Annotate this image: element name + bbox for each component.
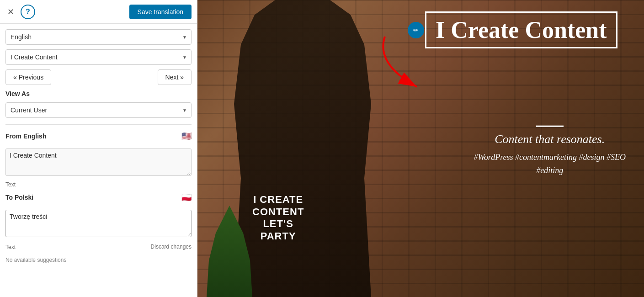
right-panel: I CREATE CONTENT LET'S PARTY ✏ <box>197 0 644 297</box>
save-translation-button[interactable]: Save translation <box>129 5 192 19</box>
left-panel: ✕ ? Save translation English Polski Fren… <box>0 0 197 297</box>
from-section-header: From English 🇺🇸 <box>5 131 192 141</box>
discard-changes-link[interactable]: Discard changes <box>151 244 192 250</box>
red-arrow <box>357 27 449 102</box>
to-label: To Polski <box>5 194 33 201</box>
preview-hashtags: #WordPress #contentmarketing #design #SE… <box>474 151 626 177</box>
top-bar: ✕ ? Save translation <box>0 0 197 24</box>
preview-title: I Create Content <box>436 17 607 43</box>
previous-button[interactable]: « Previous <box>5 69 51 85</box>
language-select[interactable]: English Polski French Spanish <box>5 29 192 45</box>
preview-bg: I CREATE CONTENT LET'S PARTY ✏ <box>197 0 644 297</box>
divider <box>5 124 192 125</box>
next-button[interactable]: Next » <box>158 69 192 85</box>
close-button[interactable]: ✕ <box>5 5 16 19</box>
title-box: I Create Content <box>425 11 617 48</box>
preview-tagline: Content that resonates. <box>474 133 626 146</box>
source-textarea[interactable]: I Create Content <box>5 148 192 176</box>
view-as-select-wrapper: Current User Visitor Administrator <box>5 102 192 118</box>
source-type-label: Text <box>5 181 192 188</box>
from-flag: 🇺🇸 <box>181 131 192 141</box>
from-label: From English <box>5 133 46 140</box>
view-as-select[interactable]: Current User Visitor Administrator <box>5 102 192 118</box>
language-select-wrapper: English Polski French Spanish <box>5 29 192 45</box>
right-content: Content that resonates. #WordPress #cont… <box>474 120 626 177</box>
content-select-wrapper: I Create Content Home About <box>5 49 192 65</box>
to-flag: 🇵🇱 <box>181 192 192 202</box>
no-suggestions-label: No available suggestions <box>5 257 192 263</box>
view-as-label: View As <box>5 90 192 98</box>
target-type-label: Text <box>5 244 16 250</box>
nav-row: « Previous Next » <box>5 69 192 85</box>
help-button[interactable]: ? <box>21 5 35 19</box>
target-textarea[interactable]: Tworzę treści <box>5 210 192 237</box>
content-select[interactable]: I Create Content Home About <box>5 49 192 65</box>
tshirt-text: I CREATE CONTENT LET'S PARTY <box>252 194 304 242</box>
target-footer: Text Discard changes <box>5 243 192 250</box>
to-section-header: To Polski 🇵🇱 <box>5 192 192 202</box>
arrow-svg <box>357 27 449 101</box>
subtitle-line <box>536 126 564 127</box>
panel-body: English Polski French Spanish I Create C… <box>0 24 197 269</box>
